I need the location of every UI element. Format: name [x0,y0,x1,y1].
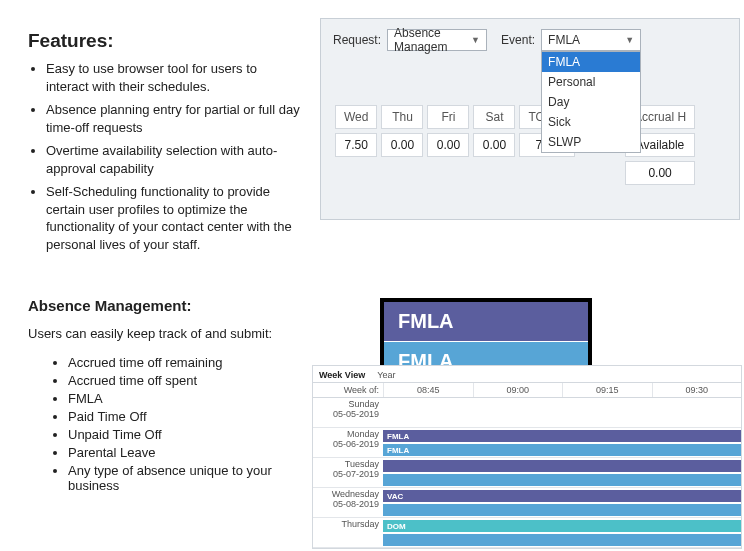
event-option[interactable]: FMLA [542,52,640,72]
day-row: Sunday05-05-2019 [313,398,741,428]
day-date: 05-08-2019 [317,500,379,510]
day-date: 05-07-2019 [317,470,379,480]
callout-bar-1: FMLA [384,302,588,342]
absence-item: FMLA [68,391,303,406]
feature-item: Absence planning entry for partial or fu… [46,101,303,136]
absence-intro: Users can easily keep track of and submi… [28,326,303,341]
request-label: Request: [333,33,381,47]
features-list: Easy to use browser tool for users to in… [28,60,303,253]
absence-item: Unpaid Time Off [68,427,303,442]
tab-year[interactable]: Year [377,370,395,380]
event-bar[interactable]: FMLA [383,430,741,442]
event-option[interactable]: SLWP [542,132,640,152]
request-select[interactable]: Absence Managem ▼ [387,29,487,51]
day-date: 05-06-2019 [317,440,379,450]
absence-item: Paid Time Off [68,409,303,424]
event-option[interactable]: Personal [542,72,640,92]
event-select-value: FMLA [548,33,580,47]
event-bar[interactable]: FMLA [383,444,741,456]
event-bar[interactable]: VAC [383,490,741,502]
event-option[interactable]: Sick [542,112,640,132]
event-select[interactable]: FMLA ▼ [541,29,641,51]
hours-header: Thu [381,105,423,129]
day-date: 05-05-2019 [317,410,379,420]
event-dropdown: FMLA Personal Day Sick SLWP [541,51,641,153]
event-label: Event: [501,33,535,47]
features-heading: Features: [28,30,303,52]
time-tick: 09:30 [652,383,742,397]
hours-table: Wed Thu Fri Sat TOTAL Accrual H 7.50 0.0… [331,101,699,189]
app-bottom-screenshot: Week View Year Week of: 08:45 09:00 09:1… [312,365,742,549]
event-bar[interactable] [383,460,741,472]
feature-item: Overtime availability selection with aut… [46,142,303,177]
time-tick: 09:00 [473,383,563,397]
chevron-down-icon: ▼ [625,35,634,45]
app-top-screenshot: Request: Absence Managem ▼ Event: FMLA ▼… [320,18,740,220]
hours-cell: 0.00 [427,133,469,157]
event-bar[interactable]: DOM [383,520,741,532]
day-row: Wednesday05-08-2019 VAC [313,488,741,518]
day-row: Tuesday05-07-2019 [313,458,741,488]
day-row: Monday05-06-2019 FMLA FMLA [313,428,741,458]
hours-cell: 0.00 [473,133,515,157]
event-option[interactable]: Day [542,92,640,112]
hours-header: Sat [473,105,515,129]
tab-week-view[interactable]: Week View [319,370,365,380]
absence-item: Parental Leave [68,445,303,460]
event-bar[interactable] [383,504,741,516]
hours-cell: 0.00 [381,133,423,157]
week-of-label: Week of: [313,383,383,397]
hours-header: Wed [335,105,377,129]
time-tick: 08:45 [383,383,473,397]
hours-cell: 7.50 [335,133,377,157]
request-select-value: Absence Managem [394,26,471,54]
absence-list: Accrued time off remaining Accrued time … [28,355,303,493]
absence-item: Any type of absence unique to your busin… [68,463,303,493]
absence-heading: Absence Management: [28,297,303,314]
absence-item: Accrued time off remaining [68,355,303,370]
hours-cell: 0.00 [625,161,695,185]
feature-item: Easy to use browser tool for users to in… [46,60,303,95]
day-name: Thursday [317,520,379,530]
chevron-down-icon: ▼ [471,35,480,45]
event-bar[interactable] [383,534,741,546]
feature-item: Self-Scheduling functionality to provide… [46,183,303,253]
time-tick: 09:15 [562,383,652,397]
day-row: Thursday DOM [313,518,741,548]
hours-header: Fri [427,105,469,129]
event-bar[interactable] [383,474,741,486]
absence-item: Accrued time off spent [68,373,303,388]
